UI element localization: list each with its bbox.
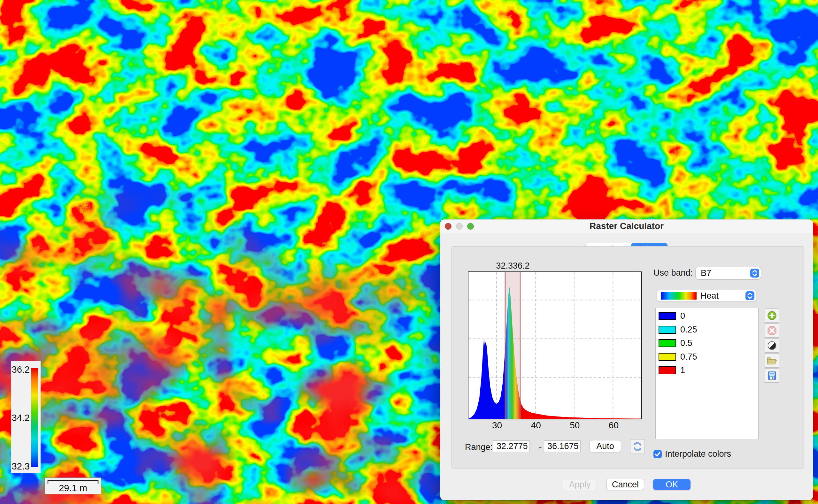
chevron-up-down-icon: [750, 269, 759, 278]
palette-row[interactable]: 0: [656, 312, 758, 322]
x-tick-label: 60: [609, 420, 619, 431]
x-tick-label: 50: [570, 420, 580, 431]
cancel-button[interactable]: Cancel: [607, 479, 644, 490]
color-stop-list[interactable]: 00.250.50.751: [655, 308, 759, 439]
selection-range-labels: 32.336.2: [496, 261, 530, 271]
scale-bar-label: 29.1 m: [45, 483, 101, 493]
color-swatch[interactable]: [659, 339, 676, 347]
palette-select[interactable]: Heat: [657, 290, 756, 302]
palette-gradient-swatch: [661, 292, 697, 300]
delete-color-button[interactable]: [765, 323, 779, 338]
auto-button[interactable]: Auto: [590, 440, 621, 452]
range-separator: -: [537, 441, 544, 453]
range-min-input[interactable]: [493, 440, 530, 452]
scale-bar: 29.1 m: [45, 477, 101, 494]
color-swatch[interactable]: [659, 366, 676, 374]
use-band-label: Use band:: [654, 267, 693, 279]
add-color-button[interactable]: [765, 308, 779, 323]
use-band-select[interactable]: B7: [696, 267, 761, 279]
histogram-plot[interactable]: [468, 271, 642, 419]
palette-row[interactable]: 0.25: [656, 326, 758, 335]
interpolate-colors-checkbox[interactable]: [654, 450, 662, 458]
range-label: Range:: [465, 441, 493, 453]
range-max-input[interactable]: [544, 440, 581, 452]
half-circle-icon: [767, 340, 777, 351]
color-swatch[interactable]: [659, 326, 676, 334]
interpolate-colors-label: Interpolate colors: [665, 448, 731, 460]
refresh-arrows-icon: [632, 441, 643, 452]
blend-colors-button[interactable]: [765, 338, 779, 353]
delete-x-icon: [767, 325, 777, 336]
palette-row[interactable]: 0.75: [656, 353, 758, 363]
ok-button[interactable]: OK: [653, 479, 691, 490]
refresh-button[interactable]: [630, 439, 645, 454]
color-stop-value: 0.75: [680, 352, 697, 362]
color-stop-value: 0.25: [680, 325, 697, 335]
palette-panel: 32.336.2 30405060 Use band: B7 Heat: [451, 246, 804, 469]
palette-row[interactable]: 0.5: [656, 339, 758, 349]
open-folder-icon: [767, 356, 777, 365]
color-stop-value: 0.5: [680, 338, 692, 348]
raster-calculator-dialog: Raster Calculator Transform Palette 32.3…: [440, 219, 813, 500]
dialog-title: Raster Calculator: [440, 219, 813, 233]
x-tick-label: 30: [492, 420, 502, 431]
chevron-up-down-icon: [745, 291, 754, 300]
color-scale-legend: 36.2 34.2 32.3: [11, 361, 41, 473]
use-band-value: B7: [701, 268, 711, 278]
save-floppy-icon: [767, 371, 777, 380]
color-stop-value: 0: [680, 311, 685, 321]
selection-min-label: 32.3: [496, 261, 513, 271]
dialog-titlebar[interactable]: Raster Calculator: [440, 219, 813, 233]
x-tick-label: 40: [531, 420, 541, 431]
save-palette-button[interactable]: [765, 368, 779, 383]
color-swatch[interactable]: [659, 353, 676, 361]
histogram-x-axis: 30405060: [469, 420, 641, 431]
palette-select-value: Heat: [700, 291, 719, 301]
selection-max-label: 36.2: [513, 261, 530, 271]
legend-min-value: 32.3: [11, 461, 30, 472]
legend-gradient-bar: [31, 368, 38, 467]
apply-button[interactable]: Apply: [563, 479, 597, 490]
open-palette-button[interactable]: [765, 353, 779, 368]
plus-icon: [767, 310, 777, 321]
palette-row[interactable]: 1: [656, 366, 758, 376]
color-stop-value: 1: [680, 365, 685, 375]
color-swatch[interactable]: [659, 312, 676, 320]
legend-mid-value: 34.2: [11, 413, 30, 423]
legend-max-value: 36.2: [11, 364, 30, 375]
checkmark-icon: [654, 451, 661, 457]
